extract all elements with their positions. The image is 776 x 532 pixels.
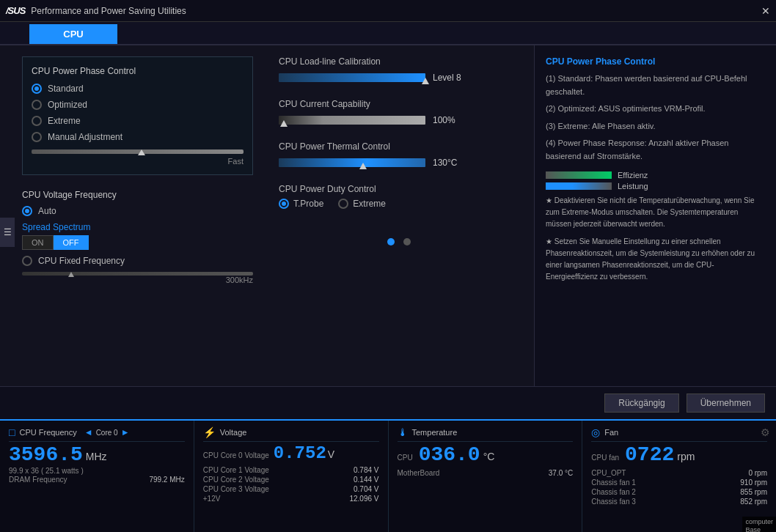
current-cap-section: CPU Current Capability 100% xyxy=(279,99,519,127)
cpu-freq-sub1: 99.9 x 36 ( 25.1 watts ) xyxy=(9,467,185,475)
radio-circle-standard xyxy=(32,84,42,94)
dram-freq-row: DRAM Frequency 799.2 MHz xyxy=(9,475,185,484)
duty-tprobe[interactable]: T.Probe xyxy=(279,199,323,209)
status-bar: □ CPU Frequency ◄ Core 0 ► 3596.5 MHz 99… xyxy=(0,419,776,532)
thermal-title: CPU Power Thermal Control xyxy=(279,141,519,152)
watermark-line2: Base xyxy=(745,526,773,532)
undo-button[interactable]: Rückgängig xyxy=(604,394,678,413)
info-notes-block: ★ Deaktivieren Sie nicht die Temperaturü… xyxy=(546,195,765,283)
radio-manual[interactable]: Manual Adjustment xyxy=(32,132,244,142)
fan-header: ◎ Fan xyxy=(591,426,767,442)
performance-label: Leistung xyxy=(618,182,648,191)
f-label-2: Chassis fan 2 xyxy=(591,488,636,496)
fixed-freq-label: CPU Fixed Frequency xyxy=(38,256,125,266)
info-note-1: ★ Deaktivieren Sie nicht die Temperaturü… xyxy=(546,195,765,230)
dot-1[interactable] xyxy=(387,238,395,245)
t-label-0: MotherBoard xyxy=(398,469,440,477)
radio-circle-manual xyxy=(32,132,42,142)
center-panel: CPU Load-line Calibration Level 8 CPU Cu… xyxy=(264,45,534,386)
legend-efficiency: Effizienz xyxy=(546,171,765,180)
voltage-row-0: CPU Core 1 Voltage 0.784 V xyxy=(203,465,379,475)
current-cap-slider[interactable]: 100% xyxy=(279,114,519,127)
fan-row-1: Chassis fan 1 910 rpm xyxy=(591,478,767,487)
title-bar-left: /SUS Performance and Power Saving Utilit… xyxy=(6,5,186,16)
radio-optimized[interactable]: Optimized xyxy=(32,100,244,110)
apply-button[interactable]: Übernehmen xyxy=(687,394,765,413)
tab-bar: CPU xyxy=(0,22,776,45)
thermal-section: CPU Power Thermal Control 130°C xyxy=(279,141,519,169)
radio-standard[interactable]: Standard xyxy=(32,84,244,94)
right-info-panel: CPU Power Phase Control (1) Standard: Ph… xyxy=(534,45,776,386)
radio-label-optimized: Optimized xyxy=(48,100,87,110)
settings-gear-icon[interactable]: ⚙ xyxy=(761,426,770,438)
spread-spectrum-row: Spread Spectrum ON OFF xyxy=(22,222,253,250)
core-prev-arrow[interactable]: ◄ xyxy=(84,427,93,437)
duty-extreme[interactable]: Extreme xyxy=(338,199,386,209)
sidebar-toggle[interactable]: ☰ xyxy=(0,218,15,247)
current-cap-value: 100% xyxy=(433,115,455,125)
cpu-freq-title: CPU Frequency xyxy=(19,428,76,437)
thermal-track xyxy=(279,158,425,167)
radio-label-standard: Standard xyxy=(48,84,84,94)
voltage-title: Voltage xyxy=(220,428,247,437)
auto-radio-row[interactable]: Auto xyxy=(22,206,253,216)
thermal-thumb xyxy=(359,163,367,169)
watermark-line1: computer xyxy=(745,518,773,527)
legend-block: Effizienz Leistung xyxy=(546,171,765,191)
power-phase-options: Standard Optimized Extreme Manual Adjust… xyxy=(32,84,244,142)
phase-slider-thumb xyxy=(138,149,145,155)
phase-slider-track[interactable] xyxy=(32,149,244,154)
info-para-4: (4) Power Phase Response: Anzahl aktiver… xyxy=(546,137,765,163)
temperature-section: 🌡 Temperature CPU 036.0 °C MotherBoard 3… xyxy=(389,421,583,532)
menu-icon: ☰ xyxy=(4,227,12,237)
load-line-slider[interactable]: Level 8 xyxy=(279,71,519,84)
fixed-freq-row[interactable]: CPU Fixed Frequency xyxy=(22,256,253,266)
v-value-3: 12.096 V xyxy=(349,495,378,503)
f-value-2: 855 rpm xyxy=(740,488,767,496)
close-button[interactable]: ✕ xyxy=(761,5,770,17)
dram-freq-value: 799.2 MHz xyxy=(149,476,184,484)
load-line-section: CPU Load-line Calibration Level 8 xyxy=(279,56,519,84)
left-panel: CPU Power Phase Control Standard Optimiz… xyxy=(0,45,264,386)
fan-main-label: CPU fan xyxy=(591,454,619,462)
cpu-freq-icon: □ xyxy=(9,426,15,438)
voltage-section: ⚡ Voltage CPU Core 0 Voltage 0.752 V CPU… xyxy=(194,421,389,532)
thermal-slider[interactable]: 130°C xyxy=(279,156,519,169)
tab-cpu[interactable]: CPU xyxy=(29,24,117,44)
phase-slider-label: Fast xyxy=(32,157,244,166)
info-para-2: (2) Optimized: ASUS optimiertes VRM-Prof… xyxy=(546,103,765,116)
voltage-main-unit: V xyxy=(328,448,334,460)
f-label-0: CPU_OPT xyxy=(591,469,626,477)
temperature-header: 🌡 Temperature xyxy=(398,426,574,442)
core-next-arrow[interactable]: ► xyxy=(121,427,130,437)
f-value-1: 910 rpm xyxy=(740,479,767,487)
toggle-on-button[interactable]: ON xyxy=(22,235,54,250)
voltage-row-3: +12V 12.096 V xyxy=(203,494,379,503)
voltage-main-value: 0.752 xyxy=(274,445,326,462)
core-label: Core 0 xyxy=(96,429,118,437)
radio-circle-fixed xyxy=(22,256,32,266)
watermark: computer Base xyxy=(742,517,776,532)
dot-2[interactable] xyxy=(403,238,411,245)
f-value-0: 0 rpm xyxy=(748,469,767,477)
freq-slider-track[interactable] xyxy=(22,272,253,276)
dram-freq-label: DRAM Frequency xyxy=(9,476,67,484)
cpu-freq-header: □ CPU Frequency ◄ Core 0 ► xyxy=(9,426,185,442)
efficiency-bar xyxy=(546,171,612,179)
radio-extreme[interactable]: Extreme xyxy=(32,116,244,126)
power-phase-title: CPU Power Phase Control xyxy=(32,66,244,76)
toggle-off-button[interactable]: OFF xyxy=(54,235,89,250)
load-line-value: Level 8 xyxy=(433,73,461,83)
fan-section: ◎ Fan CPU fan 0722 rpm CPU_OPT 0 rpm Cha… xyxy=(582,421,776,532)
radio-label-manual: Manual Adjustment xyxy=(48,132,122,142)
voltage-row-2: CPU Core 3 Voltage 0.704 V xyxy=(203,484,379,494)
voltage-icon: ⚡ xyxy=(203,426,216,438)
temp-main-label: CPU xyxy=(398,454,413,462)
core-nav: ◄ Core 0 ► xyxy=(84,427,130,437)
radio-circle-optimized xyxy=(32,100,42,110)
v-label-3: +12V xyxy=(203,495,221,503)
fan-row-2: Chassis fan 2 855 rpm xyxy=(591,487,767,497)
voltage-header: ⚡ Voltage xyxy=(203,426,379,442)
fan-table: CPU_OPT 0 rpm Chassis fan 1 910 rpm Chas… xyxy=(591,468,767,506)
voltage-table: CPU Core 1 Voltage 0.784 V CPU Core 2 Vo… xyxy=(203,465,379,503)
